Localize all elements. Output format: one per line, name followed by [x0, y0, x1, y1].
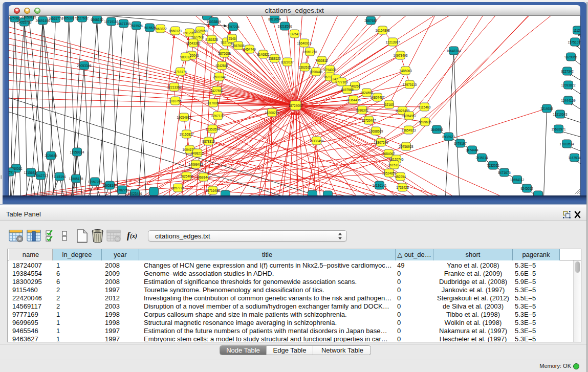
svg-text:2867608: 2867608: [232, 44, 245, 48]
svg-text:10958107: 10958107: [102, 184, 117, 187]
svg-text:452254: 452254: [395, 175, 406, 179]
svg-text:12023446: 12023446: [127, 192, 142, 195]
svg-text:11325419: 11325419: [287, 32, 301, 36]
svg-text:14136141: 14136141: [372, 184, 387, 187]
svg-text:19218506: 19218506: [277, 25, 292, 28]
svg-text:8471676: 8471676: [498, 171, 511, 174]
svg-text:8813054: 8813054: [268, 17, 281, 21]
svg-text:13716485: 13716485: [205, 189, 220, 192]
svg-text:14099483: 14099483: [188, 163, 203, 166]
svg-text:6794028: 6794028: [323, 68, 336, 72]
svg-text:16210643: 16210643: [553, 113, 568, 116]
svg-text:12042737: 12042737: [33, 174, 48, 178]
svg-text:13975115: 13975115: [402, 83, 417, 86]
svg-text:2546: 2546: [228, 37, 236, 40]
svg-text:12353594: 12353594: [205, 127, 220, 131]
svg-text:6699695: 6699695: [419, 120, 431, 124]
svg-text:19338454: 19338454: [309, 139, 324, 143]
svg-text:7986372: 7986372: [356, 108, 368, 112]
svg-text:9474444: 9474444: [466, 148, 478, 152]
svg-text:7632021: 7632021: [487, 164, 499, 167]
svg-text:3824554: 3824554: [360, 91, 373, 95]
svg-text:989012: 989012: [180, 55, 191, 59]
svg-text:8322037: 8322037: [281, 60, 294, 64]
svg-text:12093822: 12093822: [561, 83, 576, 87]
svg-text:2020655: 2020655: [45, 154, 57, 158]
svg-text:29053346: 29053346: [77, 64, 92, 68]
svg-text:9684067: 9684067: [382, 152, 395, 156]
svg-text:7515526: 7515526: [130, 24, 143, 28]
svg-text:18724007: 18724007: [288, 104, 303, 107]
svg-text:3219358: 3219358: [540, 107, 553, 111]
svg-text:19565774: 19565774: [48, 17, 63, 20]
svg-text:13524851: 13524851: [382, 171, 397, 175]
svg-text:12213369: 12213369: [167, 85, 182, 89]
svg-text:7955812: 7955812: [315, 59, 328, 62]
svg-text:1010755: 1010755: [169, 99, 182, 103]
svg-text:8267130: 8267130: [211, 114, 224, 118]
svg-text:15692971: 15692971: [551, 127, 566, 131]
svg-text:9657771: 9657771: [171, 186, 184, 190]
svg-text:13505135: 13505135: [69, 177, 83, 181]
svg-text:3875685: 3875685: [218, 52, 231, 55]
svg-text:16671355: 16671355: [116, 22, 131, 26]
svg-text:9227342: 9227342: [561, 70, 574, 73]
svg-text:3915913: 3915913: [9, 170, 16, 174]
svg-text:2687682: 2687682: [364, 19, 377, 23]
svg-text:8186328: 8186328: [205, 38, 218, 41]
svg-text:17010534: 17010534: [559, 142, 574, 146]
svg-text:1362615: 1362615: [298, 65, 311, 69]
svg-text:8660123: 8660123: [169, 29, 182, 33]
svg-text:19654982: 19654982: [177, 116, 191, 119]
svg-text:17957255: 17957255: [88, 180, 102, 184]
svg-text:7625402: 7625402: [180, 174, 193, 178]
svg-text:1615112: 1615112: [388, 163, 401, 167]
svg-text:7663822: 7663822: [154, 27, 167, 31]
svg-text:7357224: 7357224: [227, 25, 239, 29]
svg-text:2603144: 2603144: [213, 75, 226, 79]
svg-text:1145194: 1145194: [53, 175, 66, 179]
svg-text:3498212: 3498212: [191, 151, 204, 155]
svg-text:6466160: 6466160: [91, 18, 103, 21]
svg-text:16050135: 16050135: [21, 16, 36, 19]
svg-text:10782759: 10782759: [115, 188, 129, 192]
svg-text:12444159: 12444159: [561, 99, 576, 102]
svg-text:7485063: 7485063: [399, 69, 412, 73]
svg-text:20756928: 20756928: [399, 145, 413, 148]
svg-text:8990448: 8990448: [310, 70, 322, 74]
svg-text:2935114: 2935114: [475, 156, 488, 160]
svg-text:1527602: 1527602: [76, 16, 89, 20]
svg-text:23226058: 23226058: [193, 29, 208, 33]
svg-text:8878312: 8878312: [202, 140, 215, 143]
svg-text:14954957: 14954957: [402, 114, 417, 118]
svg-text:16543382: 16543382: [186, 41, 201, 45]
svg-text:16640910: 16640910: [297, 41, 312, 45]
svg-text:16961758: 16961758: [302, 50, 317, 54]
svg-text:9146821: 9146821: [257, 53, 270, 56]
svg-text:14691447: 14691447: [196, 176, 211, 179]
svg-text:10688609: 10688609: [368, 129, 383, 133]
svg-text:8427552: 8427552: [210, 89, 223, 93]
svg-text:15720407: 15720407: [361, 119, 376, 122]
svg-text:16033809: 16033809: [206, 20, 221, 24]
svg-text:12213967: 12213967: [385, 40, 400, 44]
svg-text:9242848: 9242848: [215, 64, 228, 68]
svg-text:16154808: 16154808: [375, 29, 390, 32]
svg-text:11121: 11121: [573, 29, 581, 32]
svg-text:9327508: 9327508: [191, 35, 204, 39]
svg-text:15751074: 15751074: [568, 40, 581, 44]
svg-text:13654923: 13654923: [401, 128, 416, 132]
svg-text:(x): (x): [130, 232, 137, 239]
svg-text:9777169: 9777169: [335, 80, 348, 84]
svg-text:9245052: 9245052: [520, 187, 533, 190]
svg-text:1640954: 1640954: [430, 128, 443, 132]
svg-text:16648784: 16648784: [446, 49, 461, 53]
svg-text:8454749: 8454749: [243, 48, 256, 51]
svg-text:9115460: 9115460: [418, 105, 431, 109]
svg-text:10973493: 10973493: [393, 54, 408, 57]
svg-text:16120746: 16120746: [389, 158, 404, 161]
svg-text:1733426: 1733426: [396, 186, 409, 189]
svg-text:20364436: 20364436: [346, 98, 361, 102]
svg-text:10653267: 10653267: [61, 16, 76, 20]
svg-text:817006: 817006: [207, 101, 219, 105]
